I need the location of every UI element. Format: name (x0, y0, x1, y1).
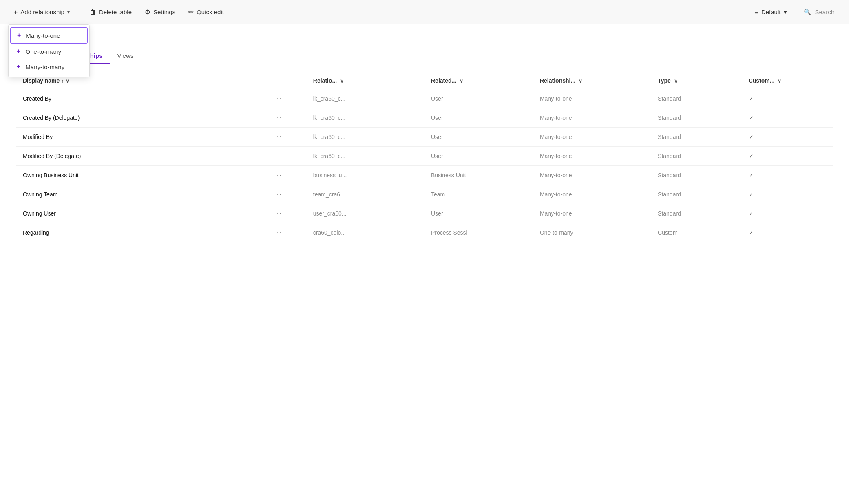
default-label: Default (761, 9, 781, 15)
cell-more-options[interactable]: ··· (270, 89, 307, 108)
cell-display-name: Owning User (16, 204, 270, 223)
table-row[interactable]: Created By ··· lk_cra60_c... User Many-t… (16, 89, 833, 108)
cell-more-options[interactable]: ··· (270, 223, 307, 242)
cell-related: Team (424, 185, 533, 204)
cell-more-options[interactable]: ··· (270, 166, 307, 185)
table-header-row: Display name ↑ ∨ Relatio... ∨ Related...… (16, 73, 833, 89)
cell-display-name: Created By (16, 89, 270, 108)
search-label: Search (815, 9, 834, 15)
table-row[interactable]: Regarding ··· cra60_colo... Process Sess… (16, 223, 833, 242)
cell-relation-name: team_cra6... (307, 185, 424, 204)
table-row[interactable]: Modified By (Delegate) ··· lk_cra60_c...… (16, 147, 833, 166)
cell-relationship: One-to-many (533, 223, 651, 242)
settings-button[interactable]: ⚙ Settings (139, 5, 181, 19)
cell-custom: ✓ (742, 185, 833, 204)
cell-custom: ✓ (742, 223, 833, 242)
table-row[interactable]: Created By (Delegate) ··· lk_cra60_c... … (16, 108, 833, 128)
default-button[interactable]: ≡ Default ▾ (748, 5, 794, 19)
cell-more-options[interactable]: ··· (270, 185, 307, 204)
cell-type: Standard (651, 185, 742, 204)
settings-icon: ⚙ (145, 8, 150, 16)
cell-related: User (424, 204, 533, 223)
table-row[interactable]: Owning User ··· user_cra60... User Many-… (16, 204, 833, 223)
dropdown-one-to-many[interactable]: + One-to-many (9, 44, 89, 59)
cell-type: Standard (651, 128, 742, 147)
cell-relationship: Many-to-one (533, 166, 651, 185)
toolbar-right: ≡ Default ▾ 🔍 Search (748, 5, 841, 19)
cell-more-options[interactable]: ··· (270, 108, 307, 128)
col-header-relation-name[interactable]: Relatio... ∨ (307, 73, 424, 89)
col-header-type[interactable]: Type ∨ (651, 73, 742, 89)
cell-related: User (424, 89, 533, 108)
cell-relationship: Many-to-one (533, 204, 651, 223)
cell-display-name: Modified By (16, 128, 270, 147)
dropdown-many-to-one[interactable]: + Many-to-one (10, 27, 88, 44)
cell-custom: ✓ (742, 89, 833, 108)
col-header-custom[interactable]: Custom... ∨ (742, 73, 833, 89)
cell-display-name: Modified By (Delegate) (16, 147, 270, 166)
cell-display-name: Owning Team (16, 185, 270, 204)
add-relationship-label: Add relationship (20, 9, 64, 15)
dropdown-many-to-many[interactable]: + Many-to-many (9, 59, 89, 75)
cell-related: User (424, 147, 533, 166)
table-row[interactable]: Owning Team ··· team_cra6... Team Many-t… (16, 185, 833, 204)
col-header-dots (270, 73, 307, 89)
col-header-relationship[interactable]: Relationshi... ∨ (533, 73, 651, 89)
cell-relationship: Many-to-one (533, 108, 651, 128)
cell-related: User (424, 108, 533, 128)
cell-relationship: Many-to-one (533, 185, 651, 204)
plus-icon: + (14, 9, 18, 16)
many-to-one-plus-icon: + (17, 32, 21, 39)
delete-table-label: Delete table (99, 9, 132, 15)
cell-related: Business Unit (424, 166, 533, 185)
tab-views[interactable]: Views (110, 48, 141, 64)
quick-edit-button[interactable]: ✏ Quick edit (183, 5, 230, 19)
table-row[interactable]: Modified By ··· lk_cra60_c... User Many-… (16, 128, 833, 147)
list-icon: ≡ (754, 9, 758, 15)
tabs: Columns Relationships Views (0, 48, 849, 64)
cell-custom: ✓ (742, 128, 833, 147)
cell-custom: ✓ (742, 166, 833, 185)
cell-relation-name: lk_cra60_c... (307, 108, 424, 128)
table-row[interactable]: Owning Business Unit ··· business_u... B… (16, 166, 833, 185)
add-relationship-button[interactable]: + Add relationship ▾ (8, 5, 75, 19)
cell-type: Standard (651, 108, 742, 128)
edit-icon: ✏ (188, 8, 194, 16)
cell-relation-name: lk_cra60_c... (307, 147, 424, 166)
cell-display-name: Regarding (16, 223, 270, 242)
cell-display-name: Created By (Delegate) (16, 108, 270, 128)
cell-more-options[interactable]: ··· (270, 147, 307, 166)
delete-table-button[interactable]: 🗑 Delete table (84, 5, 137, 19)
page-header: Tables › Color (0, 24, 849, 42)
cell-relation-name: user_cra60... (307, 204, 424, 223)
cell-custom: ✓ (742, 108, 833, 128)
separator-1 (80, 6, 80, 18)
cell-more-options[interactable]: ··· (270, 128, 307, 147)
cell-type: Standard (651, 89, 742, 108)
cell-more-options[interactable]: ··· (270, 204, 307, 223)
cell-relation-name: business_u... (307, 166, 424, 185)
add-relationship-chevron: ▾ (67, 9, 70, 15)
quick-edit-label: Quick edit (197, 9, 224, 15)
cell-related: User (424, 128, 533, 147)
cell-custom: ✓ (742, 147, 833, 166)
toolbar: + Add relationship ▾ 🗑 Delete table ⚙ Se… (0, 0, 849, 24)
one-to-many-label: One-to-many (25, 48, 61, 55)
table-body: Created By ··· lk_cra60_c... User Many-t… (16, 89, 833, 242)
col-header-related[interactable]: Related... ∨ (424, 73, 533, 89)
cell-relation-name: lk_cra60_c... (307, 89, 424, 108)
cell-custom: ✓ (742, 204, 833, 223)
cell-type: Standard (651, 147, 742, 166)
many-to-one-label: Many-to-one (26, 32, 60, 39)
cell-relation-name: cra60_colo... (307, 223, 424, 242)
search-icon: 🔍 (804, 9, 811, 16)
cell-display-name: Owning Business Unit (16, 166, 270, 185)
cell-type: Custom (651, 223, 742, 242)
cell-related: Process Sessi (424, 223, 533, 242)
cell-type: Standard (651, 166, 742, 185)
settings-label: Settings (153, 9, 175, 15)
search-area[interactable]: 🔍 Search (797, 5, 841, 19)
many-to-many-plus-icon: + (17, 63, 20, 70)
many-to-many-label: Many-to-many (25, 64, 64, 70)
relationships-table: Display name ↑ ∨ Relatio... ∨ Related...… (16, 73, 833, 242)
